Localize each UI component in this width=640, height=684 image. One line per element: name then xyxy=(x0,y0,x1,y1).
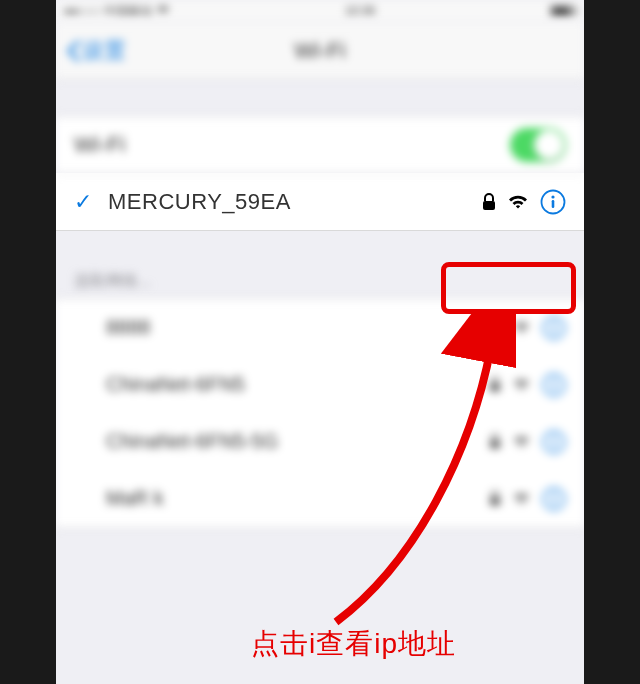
network-ssid: 8888 xyxy=(106,316,151,339)
svg-point-9 xyxy=(553,321,556,324)
svg-rect-2 xyxy=(574,8,576,14)
wifi-signal-icon xyxy=(513,435,530,448)
lock-icon xyxy=(489,434,501,449)
svg-rect-6 xyxy=(552,200,555,208)
connected-ssid: MERCURY_59EA xyxy=(108,189,291,215)
network-ssid: MaR k xyxy=(106,487,164,510)
carrier-label: 中国移动 xyxy=(104,3,152,20)
page-title: Wi-Fi xyxy=(56,38,584,64)
lock-icon xyxy=(482,193,496,211)
back-button[interactable]: 设置 xyxy=(66,36,126,66)
back-label: 设置 xyxy=(82,36,126,66)
svg-rect-15 xyxy=(490,441,500,449)
svg-rect-18 xyxy=(553,440,555,447)
lock-icon xyxy=(489,377,501,392)
info-icon[interactable] xyxy=(540,189,566,215)
network-ssid: ChinaNet-6FN5-5G xyxy=(106,430,278,453)
signal-dots-icon: ●●○○○ xyxy=(64,4,100,18)
svg-point-21 xyxy=(553,492,556,495)
checkmark-icon: ✓ xyxy=(74,189,94,215)
info-icon[interactable] xyxy=(542,316,566,340)
lock-icon xyxy=(489,320,501,335)
clock: 10:36 xyxy=(345,4,375,18)
svg-point-17 xyxy=(553,435,556,438)
lock-icon xyxy=(489,491,501,506)
svg-rect-7 xyxy=(490,327,500,335)
svg-rect-22 xyxy=(553,497,555,504)
svg-rect-3 xyxy=(483,201,495,210)
networks-list: 8888 ChinaNet-6FN5 ChinaNet-6FN5-5G xyxy=(56,298,584,528)
wifi-icon xyxy=(156,6,170,16)
connected-network-row[interactable]: ✓ MERCURY_59EA xyxy=(56,173,584,231)
wifi-signal-icon xyxy=(513,378,530,391)
status-bar: ●●○○○ 中国移动 10:36 xyxy=(56,0,584,22)
phone-frame: ●●○○○ 中国移动 10:36 设置 Wi-Fi Wi-Fi ✓ xyxy=(56,0,584,684)
svg-rect-10 xyxy=(553,326,555,333)
wifi-signal-icon xyxy=(508,194,528,209)
wifi-toggle-label: Wi-Fi xyxy=(74,132,125,158)
wifi-signal-icon xyxy=(513,321,530,334)
svg-rect-14 xyxy=(553,383,555,390)
annotation-text: 点击i查看ip地址 xyxy=(251,625,456,663)
svg-rect-11 xyxy=(490,384,500,392)
network-ssid: ChinaNet-6FN5 xyxy=(106,373,245,396)
svg-rect-1 xyxy=(552,7,570,15)
network-row[interactable]: 8888 xyxy=(56,299,584,357)
info-icon[interactable] xyxy=(542,373,566,397)
network-row[interactable]: ChinaNet-6FN5-5G xyxy=(56,413,584,471)
svg-rect-19 xyxy=(490,498,500,506)
spacer xyxy=(56,80,584,116)
network-row[interactable]: ChinaNet-6FN5 xyxy=(56,356,584,414)
chevron-left-icon xyxy=(66,40,80,62)
svg-point-13 xyxy=(553,378,556,381)
toggle-switch[interactable] xyxy=(510,128,566,162)
section-label: 选取网络... xyxy=(56,261,584,298)
network-row[interactable]: MaR k xyxy=(56,470,584,528)
wifi-signal-icon xyxy=(513,492,530,505)
nav-bar: 设置 Wi-Fi xyxy=(56,22,584,80)
battery-icon xyxy=(550,5,576,17)
info-icon[interactable] xyxy=(542,430,566,454)
svg-point-5 xyxy=(551,195,554,198)
wifi-toggle-row[interactable]: Wi-Fi xyxy=(56,116,584,174)
info-icon[interactable] xyxy=(542,487,566,511)
